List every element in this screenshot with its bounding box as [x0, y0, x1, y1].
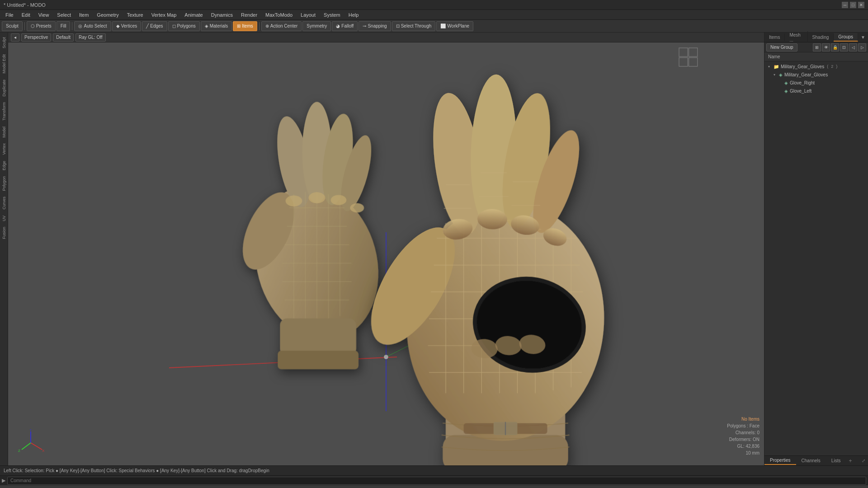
tree-item-glove-right[interactable]: ◈ Glove_Right: [764, 79, 868, 87]
sidebar-tab-fusion[interactable]: Fusion: [1, 224, 7, 242]
sidebar-tab-vertex[interactable]: Vertex: [1, 141, 7, 158]
menu-help[interactable]: Help: [345, 11, 363, 19]
viewport-ray-gl-label[interactable]: Ray GL: Off: [75, 33, 106, 42]
new-group-button[interactable]: New Group: [766, 43, 797, 52]
menu-file[interactable]: File: [2, 11, 17, 19]
select-through-button[interactable]: ⊡ Select Through: [392, 21, 436, 31]
workplane-button[interactable]: ⬜ WorkPlane: [436, 21, 473, 31]
panel-tab-shading[interactable]: Shading: [808, 33, 834, 41]
sidebar-tab-model[interactable]: Model: [1, 124, 7, 141]
materials-icon: ◈: [205, 23, 208, 28]
svg-text:Y: Y: [29, 429, 32, 432]
panel-tab-mesh[interactable]: Mesh ...: [785, 31, 807, 44]
menu-animate[interactable]: Animate: [181, 11, 206, 19]
vertices-icon: ◆: [116, 23, 120, 28]
menu-edit[interactable]: Edit: [18, 11, 34, 19]
tree-item-glove-left[interactable]: ◈ Glove_Left: [764, 87, 868, 95]
expand-icon-gloves: ▾: [774, 73, 777, 77]
sidebar-tab-uv[interactable]: UV: [1, 213, 7, 224]
sidebar-tab-edge[interactable]: Edge: [1, 158, 7, 173]
items-icon: ⊞: [237, 23, 241, 28]
presets-button[interactable]: ⬡ Presets: [27, 21, 56, 31]
command-input[interactable]: [7, 477, 866, 485]
menu-render[interactable]: Render: [237, 11, 261, 19]
panel-prev-btn[interactable]: ◁: [849, 43, 857, 52]
sidebar-tab-sculpt[interactable]: Sculpt: [1, 34, 7, 51]
panel-snap-button[interactable]: ⊡: [840, 43, 848, 52]
polygons-button[interactable]: ◻ Polygons: [168, 21, 200, 31]
svg-point-29: [286, 195, 302, 206]
svg-rect-76: [679, 48, 688, 56]
viewport-area[interactable]: ◂ Perspective Default Ray GL: Off: [8, 33, 764, 465]
minimize-button[interactable]: ─: [842, 2, 848, 8]
panel-view-btn-1[interactable]: ⊞: [813, 43, 821, 52]
name-column-header: Name: [768, 54, 780, 59]
falloff-icon: ◕: [336, 23, 340, 28]
action-center-button[interactable]: ⊕ Action Center: [261, 21, 302, 31]
sculpt-button[interactable]: Sculpt: [2, 21, 23, 31]
bottom-tab-lists[interactable]: Lists: [826, 457, 846, 465]
bottom-tab-properties[interactable]: Properties: [764, 456, 796, 465]
menu-layout[interactable]: Layout: [297, 11, 319, 19]
panel-tab-more[interactable]: ▼: [858, 33, 868, 41]
panel-tabs: Items Mesh ... Shading Groups ▼: [764, 33, 868, 42]
bottom-panel-tabs: Properties Channels Lists + ⤢: [764, 455, 868, 465]
title-text: * Untitled* - MODO: [4, 2, 46, 8]
edges-button[interactable]: ╱ Edges: [142, 21, 167, 31]
polygons-status: Polygons : Face: [727, 422, 760, 429]
auto-select-button[interactable]: ◎ Auto Select: [74, 21, 111, 31]
sidebar-tab-polygon[interactable]: Polygon: [1, 174, 7, 194]
falloff-button[interactable]: ◕ Falloff: [332, 21, 358, 31]
title-bar: * Untitled* - MODO ─ □ ✕: [0, 0, 868, 10]
viewport-canvas[interactable]: No Items Polygons : Face Channels: 0 Def…: [8, 42, 764, 465]
panel-resize-button[interactable]: ⤢: [859, 457, 868, 465]
materials-button[interactable]: ◈ Materials: [201, 21, 232, 31]
svg-line-80: [31, 443, 42, 450]
folder-icon: 📁: [774, 64, 779, 69]
expand-icon-root: ▾: [768, 65, 772, 69]
panel-tab-items[interactable]: Items: [764, 33, 785, 41]
menu-dynamics[interactable]: Dynamics: [208, 11, 236, 19]
svg-rect-17: [278, 351, 359, 369]
viewport-perspective-label[interactable]: Perspective: [21, 33, 51, 42]
panel-lock-button[interactable]: 🔒: [831, 43, 839, 52]
tree-item-gloves-group[interactable]: ▾ ◈ Military_Gear_Gloves: [764, 70, 868, 79]
tree-item-root[interactable]: ▾ 📁 Military_Gear_Gloves ( 2 ): [764, 62, 868, 70]
gloves-viewport: [8, 42, 764, 465]
viewport-default-label[interactable]: Default: [53, 33, 74, 42]
tree-item-root-count-val: 2: [831, 64, 833, 69]
viewport-perspective-toggle[interactable]: ◂: [11, 33, 19, 42]
panel-next-btn[interactable]: ▷: [858, 43, 866, 52]
menu-item[interactable]: Item: [75, 11, 92, 19]
window-controls: ─ □ ✕: [842, 2, 864, 8]
menu-maxtomodo[interactable]: MaxToModo: [262, 11, 296, 19]
panel-tab-groups[interactable]: Groups: [834, 33, 858, 42]
symmetry-button[interactable]: Symmetry: [302, 21, 331, 31]
sidebar-tab-transform[interactable]: Transform: [1, 99, 7, 123]
status-bar-text: Left Click: Selection: Pick ● [Any Key]-…: [4, 468, 269, 473]
menu-texture[interactable]: Texture: [123, 11, 147, 19]
sidebar-tab-curves[interactable]: Curves: [1, 194, 7, 212]
menu-bar: File Edit View Select Item Geometry Text…: [0, 10, 868, 20]
column-header: Name: [764, 52, 868, 61]
bottom-tab-channels[interactable]: Channels: [796, 457, 826, 465]
maximize-button[interactable]: □: [850, 2, 856, 8]
svg-rect-16: [280, 319, 356, 356]
menu-system[interactable]: System: [320, 11, 344, 19]
sidebar-tab-model-edit[interactable]: Model Edit: [1, 52, 7, 76]
command-bar: ▶: [0, 475, 868, 485]
menu-geometry[interactable]: Geometry: [93, 11, 122, 19]
panel-eye-button[interactable]: 👁: [822, 43, 830, 52]
fill-button[interactable]: Fill: [57, 21, 71, 31]
menu-select[interactable]: Select: [53, 11, 75, 19]
items-button[interactable]: ⊞ Items: [233, 21, 257, 31]
menu-view[interactable]: View: [35, 11, 53, 19]
snapping-button[interactable]: ⊸ Snapping: [359, 21, 391, 31]
sidebar-tab-duplicate[interactable]: Duplicate: [1, 77, 7, 99]
add-tab-button[interactable]: +: [846, 456, 854, 465]
menu-vertex-map[interactable]: Vertex Map: [148, 11, 180, 19]
vertices-button[interactable]: ◆ Vertices: [112, 21, 142, 31]
svg-text:X: X: [42, 449, 44, 453]
action-center-icon: ⊕: [265, 23, 269, 28]
close-button[interactable]: ✕: [858, 2, 864, 8]
